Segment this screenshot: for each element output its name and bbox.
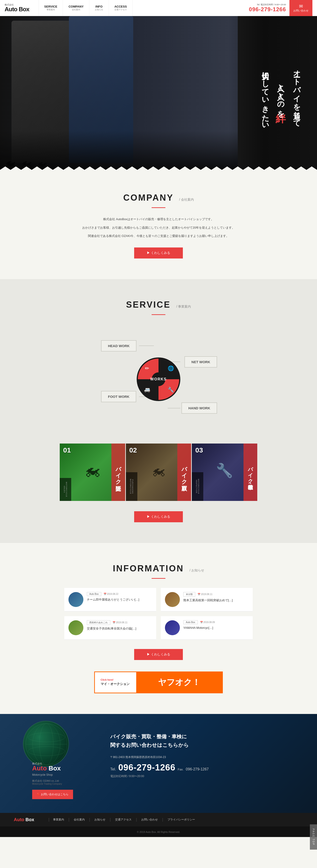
- hand-line-h: [168, 408, 180, 408]
- info-date-2: 📅 2019.08.11: [198, 593, 212, 595]
- footer-nav-service[interactable]: 事業案内: [53, 818, 64, 822]
- info-more-btn[interactable]: ▶ くわしくみる: [134, 649, 183, 660]
- info-card-3[interactable]: 西前村のあれこれ 📅 2019.08.11 交通安全子供自転車全国大会の協[…]: [64, 616, 156, 640]
- nav-sep-0: [41, 817, 45, 822]
- nav-item-company[interactable]: COMPANY 会社案内: [63, 0, 89, 16]
- information-section: INFORMATION / お知らせ Auto Box 📅 2019.08.22…: [0, 543, 317, 714]
- works-label-foot[interactable]: FOOT WORK: [101, 391, 136, 402]
- footer-hours: 電話対応時間 / 9:00〜20:00: [110, 774, 285, 778]
- service-images-row: 🏍 01 バイク販売 MOTORCYCLE SALES 🏍 02 バイク買取 P…: [60, 443, 257, 501]
- service-img-label-1: バイク販売: [111, 443, 125, 501]
- auction-banner[interactable]: Click here! マイ・オークション ヤフオク！: [94, 672, 223, 693]
- works-label-net[interactable]: NET WORK: [184, 356, 217, 368]
- svg-text:🌐: 🌐: [168, 365, 174, 371]
- footer-contact-btn[interactable]: 🔴 お問い合わせはこちら: [32, 790, 73, 799]
- footer-nav-info[interactable]: お知らせ: [94, 818, 106, 822]
- footer-postal: 〒861-2403 熊本県阿蘇郡西原村布田1034-23: [110, 755, 285, 759]
- nav-service-ja: 事業案内: [47, 8, 55, 11]
- info-title-1: チーム田中屋様ありがとうございい[…]: [87, 597, 139, 602]
- info-title: INFORMATION: [113, 564, 187, 573]
- info-date-1: 📅 2019.08.22: [104, 593, 118, 595]
- auction-label: マイ・オークション: [100, 682, 129, 686]
- service-img-number-3: 03: [195, 446, 203, 454]
- footer-bottom-nav: Auto Box ｜ 事業案内 ｜ 会社案内 ｜ お知らせ ｜ 交通アクセス ｜…: [0, 813, 317, 827]
- mail-icon: ✉: [299, 3, 303, 9]
- hero-section: 🏍 🏍 🏍 オートバイを通じて 人と人との絆を 大切にしていきたい: [0, 16, 317, 172]
- logo-name: Auto Box: [5, 6, 29, 12]
- info-tag-3: 西前村のあれこれ: [87, 620, 110, 625]
- header-tel-block: Tel. 電話対応時間 / 9:00〜20:00 096-279-1266: [249, 3, 286, 12]
- service-img-sublabel-1: MOTORCYCLE SALES: [60, 478, 71, 501]
- hero-photo-bg: 🏍 🏍 🏍: [0, 16, 238, 172]
- service-content: SERVICE / 事業案内 HEAD WORK NET WORK FOOT W…: [55, 300, 262, 522]
- logo: 株式会社 Auto Box: [5, 3, 29, 12]
- nav-info-en: INFO: [95, 5, 103, 8]
- nav-item-access[interactable]: ACCESS 交通アクセス: [109, 0, 133, 16]
- auction-left-panel: Click here! マイ・オークション: [95, 672, 136, 692]
- service-img-number-2: 02: [129, 446, 137, 454]
- service-img-label-2: バイク買取: [177, 443, 191, 501]
- service-moto-icon-3: 🔧: [216, 462, 233, 479]
- footer-logo-block: 株式会社 Auto Box Motorcycle Shop 株式会社 OZAKI…: [32, 728, 96, 799]
- info-card-1-content: Auto Box 📅 2019.08.22 チーム田中屋様ありがとうございい[……: [87, 592, 139, 602]
- footer-nav-company[interactable]: 会社案内: [74, 818, 85, 822]
- info-content: INFORMATION / お知らせ Auto Box 📅 2019.08.22…: [55, 564, 262, 693]
- company-divider: [152, 207, 165, 208]
- footer-nav-contact[interactable]: お問い合わせ: [141, 818, 158, 822]
- footer-inquiry: バイク販売・買取・整備・車検に 関するお問い合わせはこちらから: [110, 732, 285, 749]
- info-thumb-4: [165, 620, 180, 635]
- contact-button[interactable]: ✉ お問い合わせ: [289, 0, 312, 16]
- info-thumb-1: [68, 592, 83, 607]
- copyright-bar: © 2019 Auto Box. All Rights Reserved.: [0, 827, 317, 837]
- page-top-btn[interactable]: PAGE TOP: [310, 825, 317, 837]
- nav-item-info[interactable]: INFO お知らせ: [89, 0, 109, 16]
- nav-info-ja: お知らせ: [95, 8, 103, 11]
- company-section: COMPANY / 会社案内 株式会社 AutoBoxはオートバイの販売・修理を…: [0, 172, 317, 279]
- svg-text:🚐: 🚐: [144, 386, 150, 393]
- info-divider: [152, 578, 165, 579]
- service-img-sublabel-3: MOTORCYCLE INSPECTION: [192, 472, 203, 501]
- hero-line2: 人と人との絆を: [272, 80, 290, 114]
- footer-nav-access[interactable]: 交通アクセス: [115, 818, 132, 822]
- info-thumb-3: [68, 620, 83, 635]
- info-tag-4: Auto Box: [183, 620, 198, 624]
- info-tag-2: 未分類: [183, 592, 195, 597]
- hero-catchcopy: オートバイを通じて 人と人との絆を 大切にしていきたい: [259, 62, 303, 126]
- header: 株式会社 Auto Box SERVICE 事業案内 COMPANY 会社案内 …: [0, 0, 317, 16]
- footer-fax-label: Fax.: [178, 768, 183, 771]
- nav-item-service[interactable]: SERVICE 事業案内: [38, 0, 63, 16]
- auction-click-label: Click here!: [100, 678, 113, 681]
- auction-right-panel: ヤフオク！: [136, 672, 222, 692]
- service-moto-icon-1: 🏍: [84, 461, 100, 479]
- footer-nav-privacy[interactable]: プライバシーポリシー: [168, 818, 195, 822]
- company-more-btn[interactable]: ▶ くわしくみる: [134, 247, 183, 258]
- tel-number: 096-279-1266: [249, 6, 286, 12]
- company-content: COMPANY / 会社案内 株式会社 AutoBoxはオートバイの販売・修理を…: [67, 193, 250, 258]
- info-card-1[interactable]: Auto Box 📅 2019.08.22 チーム田中屋様ありがとうございい[……: [64, 588, 156, 612]
- service-image-2[interactable]: 🏍 02 バイク買取 PURCHASING MOTORCYCLE: [126, 443, 191, 501]
- svg-text:✏: ✏: [145, 366, 149, 371]
- service-more-btn[interactable]: ▶ くわしくみる: [134, 511, 183, 522]
- service-moto-icon-2: 🏍: [152, 463, 165, 478]
- info-card-2[interactable]: 未分類 📅 2019.08.11 熊本工業高校第一回戦突破おめで[…]: [161, 588, 253, 612]
- nav-company-en: COMPANY: [68, 5, 83, 8]
- works-label-head[interactable]: HEAD WORK: [101, 340, 137, 351]
- main-nav: SERVICE 事業案内 COMPANY 会社案内 INFO お知らせ ACCE…: [38, 0, 133, 16]
- service-image-1[interactable]: 🏍 01 バイク販売 MOTORCYCLE SALES: [60, 443, 125, 501]
- info-thumb-2: [165, 592, 180, 607]
- works-label-hand[interactable]: HAND WORK: [181, 402, 217, 414]
- footer-left-col: 株式会社 Auto Box Motorcycle Shop 株式会社 OZAKI…: [32, 728, 96, 799]
- hero-text-panel: オートバイを通じて 人と人との絆を 大切にしていきたい: [228, 16, 317, 172]
- service-title: SERVICE: [126, 300, 174, 309]
- nav-service-en: SERVICE: [44, 5, 57, 8]
- info-title-3: 交通安全子供自転車全国大会の協[…]: [87, 626, 136, 631]
- service-image-3[interactable]: 🔧 03 バイク整備・車検 MOTORCYCLE INSPECTION: [192, 443, 257, 501]
- copyright-text: © 2019 Auto Box. All Rights Reserved.: [137, 831, 180, 833]
- footer-logo: Auto Box: [32, 765, 96, 772]
- info-tag-1: Auto Box: [87, 592, 101, 596]
- info-card-4[interactable]: Auto Box 📅 2019.08.09 YAMAHA Motorcyc[…]: [161, 616, 253, 640]
- company-desc3: 関連会社である株式会社 OZAKI今、今後とも皆々のご支援とご愛顧を賜りますよう…: [71, 233, 246, 240]
- footer-nav-divider-line: ｜: [47, 817, 51, 822]
- info-grid: Auto Box 📅 2019.08.22 チーム田中屋様ありがとうございい[……: [64, 588, 253, 640]
- svg-text:🔧: 🔧: [168, 386, 174, 393]
